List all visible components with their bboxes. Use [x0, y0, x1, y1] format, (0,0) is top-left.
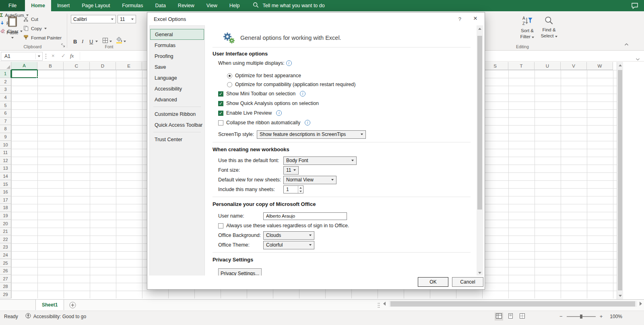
underline-caret[interactable]: [95, 41, 98, 42]
default-view-dropdown[interactable]: Normal View: [283, 176, 336, 184]
bold-button[interactable]: B: [73, 37, 77, 45]
scroll-down-icon[interactable]: [619, 295, 622, 297]
row-header-3[interactable]: 3: [0, 86, 11, 94]
italic-button[interactable]: I: [82, 37, 83, 45]
dialog-nav-formulas[interactable]: Formulas: [150, 40, 204, 51]
column-header-a[interactable]: A: [11, 62, 37, 70]
selected-cell-a1[interactable]: [11, 70, 38, 78]
row-header-22[interactable]: 22: [0, 235, 11, 243]
info-icon[interactable]: i: [286, 60, 292, 66]
menu-tab-help[interactable]: Help: [223, 0, 246, 11]
name-box[interactable]: A1: [1, 52, 43, 61]
row-header-19[interactable]: 19: [0, 212, 11, 220]
insert-function-icon[interactable]: fx: [70, 53, 74, 59]
borders-caret[interactable]: [109, 41, 112, 42]
info-icon[interactable]: i: [305, 120, 310, 125]
dialog-scrollbar[interactable]: [477, 25, 483, 276]
checkbox-option-show-quick-analysis-options-on-selection[interactable]: ✓Show Quick Analysis options on selectio…: [218, 99, 477, 108]
menu-tab-data[interactable]: Data: [149, 0, 171, 11]
radio-option-optimize-for-best-appearance[interactable]: Optimize for best appearance: [227, 71, 477, 80]
dialog-scroll-thumb[interactable]: [477, 36, 482, 210]
radio-icon[interactable]: [227, 73, 232, 78]
row-header-12[interactable]: 12: [0, 157, 11, 165]
horizontal-scrollbar[interactable]: [383, 301, 644, 309]
page-layout-view-icon[interactable]: [506, 313, 515, 321]
checkbox-icon[interactable]: ✓: [218, 111, 223, 116]
tab-split-handle-icon[interactable]: [378, 302, 380, 310]
dialog-nav-save[interactable]: Save: [150, 62, 204, 72]
row-header-5[interactable]: 5: [0, 101, 11, 109]
menu-tab-page-layout[interactable]: Page Layout: [76, 0, 116, 11]
dialog-nav-accessibility[interactable]: Accessibility: [150, 83, 204, 94]
always-use-values-option[interactable]: Always use these values regardless of si…: [218, 221, 477, 230]
row-header-10[interactable]: 10: [0, 141, 11, 149]
checkbox-icon[interactable]: [218, 120, 223, 125]
checkbox-icon[interactable]: [218, 223, 223, 228]
checkbox-option-enable-live-preview[interactable]: ✓Enable Live Previewi: [218, 108, 477, 118]
row-header-18[interactable]: 18: [0, 204, 11, 212]
row-header-25[interactable]: 25: [0, 259, 11, 267]
row-header-8[interactable]: 8: [0, 125, 11, 133]
menu-tab-view[interactable]: View: [200, 0, 223, 11]
row-header-28[interactable]: 28: [0, 283, 11, 291]
row-header-9[interactable]: 9: [0, 133, 11, 141]
office-background-dropdown[interactable]: Clouds: [263, 231, 314, 240]
zoom-slider[interactable]: [567, 316, 596, 317]
expand-formula-bar-icon[interactable]: [636, 55, 640, 62]
zoom-slider-thumb[interactable]: [580, 315, 582, 319]
checkbox-icon[interactable]: ✓: [218, 91, 223, 97]
row-header-29[interactable]: 29: [0, 291, 11, 299]
row-header-27[interactable]: 27: [0, 275, 11, 283]
row-header-11[interactable]: 11: [0, 149, 11, 157]
font-size-combo[interactable]: 11: [118, 15, 136, 23]
row-header-7[interactable]: 7: [0, 117, 11, 125]
screentip-style-dropdown[interactable]: Show feature descriptions in ScreenTips: [257, 130, 366, 139]
new-sheet-icon[interactable]: [69, 302, 76, 310]
clipboard-dialog-launcher-icon[interactable]: [61, 43, 65, 48]
sort-filter-button[interactable]: AZ Sort & Filter: [517, 14, 538, 49]
comments-icon[interactable]: [631, 2, 638, 11]
checkbox-icon[interactable]: ✓: [218, 101, 223, 106]
checkbox-option-collapse-the-ribbon-automatically[interactable]: Collapse the ribbon automaticallyi: [218, 118, 477, 128]
menu-tab-formulas[interactable]: Formulas: [116, 0, 149, 11]
dialog-nav-proofing[interactable]: Proofing: [150, 51, 204, 62]
row-header-2[interactable]: 2: [0, 78, 11, 86]
row-header-23[interactable]: 23: [0, 243, 11, 251]
column-header-s[interactable]: S: [482, 62, 508, 70]
row-header-1[interactable]: 1: [0, 70, 11, 78]
underline-button[interactable]: U: [89, 37, 93, 45]
spinner-down-icon[interactable]: [298, 189, 303, 193]
sheet-count-spinner[interactable]: 1: [283, 185, 303, 193]
column-header-e[interactable]: E: [116, 62, 142, 70]
horizontal-scroll-thumb[interactable]: [390, 301, 635, 306]
formula-enter-icon[interactable]: ✓: [61, 53, 66, 59]
font-size-dropdown[interactable]: 11: [283, 166, 299, 175]
dialog-nav-language[interactable]: Language: [150, 72, 204, 83]
row-header-14[interactable]: 14: [0, 173, 11, 181]
dialog-help-button[interactable]: ?: [458, 16, 461, 22]
office-theme-dropdown[interactable]: Colorful: [263, 241, 314, 249]
formula-bar-grip-icon[interactable]: [45, 53, 47, 61]
fill-handle[interactable]: [36, 76, 38, 78]
borders-icon[interactable]: [102, 37, 108, 44]
zoom-level[interactable]: 100%: [610, 314, 622, 319]
dialog-nav-advanced[interactable]: Advanced: [150, 94, 204, 105]
row-header-24[interactable]: 24: [0, 251, 11, 259]
scroll-left-icon[interactable]: [383, 302, 386, 306]
dialog-scroll-up-icon[interactable]: [478, 28, 481, 30]
default-font-dropdown[interactable]: Body Font: [283, 156, 357, 165]
ok-button[interactable]: OK: [418, 277, 448, 287]
dialog-nav-quick-access-toolbar[interactable]: Quick Access Toolbar: [150, 119, 204, 130]
menu-tab-review[interactable]: Review: [172, 0, 200, 11]
radio-icon[interactable]: [227, 82, 232, 87]
find-select-button[interactable]: Find & Select: [539, 14, 559, 49]
dialog-nav-general[interactable]: General: [150, 29, 204, 40]
accessibility-status[interactable]: Accessibility: Good to go: [25, 313, 86, 320]
copy-button[interactable]: Copy: [23, 25, 47, 33]
row-header-6[interactable]: 6: [0, 109, 11, 117]
column-header-t[interactable]: T: [508, 62, 535, 70]
menu-tab-insert[interactable]: Insert: [51, 0, 76, 11]
row-header-15[interactable]: 15: [0, 180, 11, 188]
sheet-tab-sheet1[interactable]: Sheet1: [35, 300, 64, 310]
dialog-close-button[interactable]: ×: [471, 14, 480, 23]
